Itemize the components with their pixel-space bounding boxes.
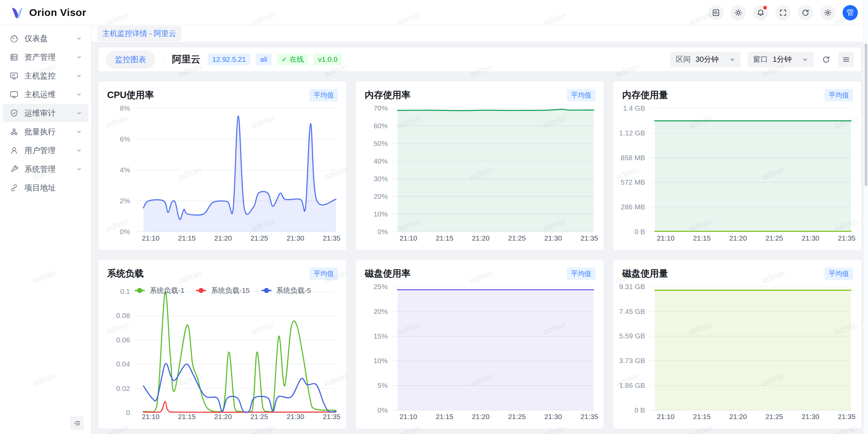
x-tick-label: 21:20 [729, 234, 747, 242]
sidebar-item-user[interactable]: 用户管理 [3, 141, 88, 159]
logo-icon [10, 5, 24, 20]
scrollbar-thumb[interactable] [865, 43, 867, 186]
avg-value-badge[interactable]: 平均值 [310, 267, 338, 280]
sun-icon [734, 8, 743, 17]
sidebar-item-monitor-chart[interactable]: 主机监控 [3, 67, 88, 85]
x-tick-label: 21:15 [436, 413, 453, 420]
y-tick-label: 858 MB [621, 154, 645, 162]
x-tick-label: 21:35 [323, 413, 340, 420]
user-avatar[interactable]: 管 [843, 5, 858, 20]
y-tick-label: 3.73 GB [619, 357, 645, 364]
sidebar-item-link[interactable]: 项目地址 [3, 178, 88, 197]
sidebar-item-host-ops[interactable]: 主机运维 [3, 85, 88, 103]
x-tick-label: 21:10 [657, 234, 675, 242]
chart-plot-system-load[interactable]: 0.10.080.060.040.02021:1021:1521:2021:25… [98, 281, 346, 425]
x-tick-label: 21:20 [729, 413, 747, 420]
x-tick-label: 21:35 [580, 413, 598, 420]
x-tick-label: 21:10 [142, 413, 159, 420]
y-tick-label: 15% [373, 332, 388, 340]
x-tick-label: 21:15 [693, 234, 711, 242]
host-tag: ✓在线 [277, 54, 308, 65]
audit-shield-icon [9, 109, 19, 118]
refresh-charts-button[interactable] [818, 52, 834, 67]
x-tick-label: 21:25 [508, 234, 526, 242]
sidebar-item-asset[interactable]: 资产管理 [3, 48, 88, 66]
host-ops-icon [9, 90, 19, 99]
y-tick-label: 30% [373, 175, 388, 183]
chart-plot-memory-usage-amount[interactable]: 1.4 GB1.12 GB858 MB572 MB286 MB0 B21:102… [613, 102, 861, 246]
collapse-icon [73, 419, 81, 427]
chevron-down-icon [76, 128, 82, 135]
x-tick-label: 21:30 [802, 413, 819, 420]
divider [163, 54, 164, 64]
chart-title: 内存使用量 [622, 89, 668, 101]
sidebar-item-label: 系统管理 [24, 164, 76, 174]
y-tick-label: 1.12 GB [619, 129, 645, 137]
page-scrollbar[interactable] [863, 0, 868, 434]
series-area [655, 121, 851, 232]
reload-button[interactable] [798, 5, 813, 20]
refresh-icon [801, 8, 810, 17]
sidebar-item-label: 项目地址 [24, 183, 82, 193]
chevron-down-icon [76, 54, 82, 60]
collapse-sidebar-button[interactable] [70, 416, 84, 430]
chevron-down-icon [76, 147, 82, 154]
sidebar-item-wrench[interactable]: 系统管理 [3, 160, 88, 178]
code-button[interactable] [708, 5, 724, 20]
series-line [143, 291, 336, 412]
app-title: Orion Visor [29, 7, 86, 18]
theme-button[interactable] [731, 5, 746, 20]
y-tick-label: 0.02 [116, 384, 130, 392]
chart-plot-disk-usage-rate[interactable]: 25%20%15%10%5%0%21:1021:1521:2021:2521:3… [356, 281, 604, 425]
avg-value-badge[interactable]: 平均值 [567, 267, 595, 280]
y-tick-label: 2% [120, 197, 130, 205]
breadcrumb-bar: 主机监控详情 - 阿里云 [92, 25, 868, 42]
avg-value-badge[interactable]: 平均值 [310, 89, 338, 101]
chart-layout-button[interactable] [839, 52, 854, 67]
chart-plot-disk-usage-amount[interactable]: 9.31 GB7.45 GB5.59 GB3.73 GB1.86 GB0 B21… [613, 281, 861, 425]
app-header: Orion Visor 管 [0, 0, 868, 25]
y-tick-label: 1.4 GB [623, 104, 645, 112]
chart-card-memory-usage-amount: 内存使用量 平均值 1.4 GB1.12 GB858 MB572 MB286 M… [613, 81, 861, 250]
avg-value-badge[interactable]: 平均值 [825, 267, 853, 280]
chart-card-disk-usage-rate: 磁盘使用率 平均值 25%20%15%10%5%0%21:1021:1521:2… [356, 260, 604, 429]
sidebar-item-batch-exec[interactable]: 批量执行 [3, 122, 88, 141]
chart-plot-cpu-usage[interactable]: 8%6%4%2%0%21:1021:1521:2021:2521:3021:35 [98, 102, 346, 246]
interval-select[interactable]: 区间 30分钟 [670, 52, 741, 67]
window-select[interactable]: 窗口 1分钟 [748, 52, 814, 67]
monitor-chart-icon [9, 71, 19, 80]
avg-value-badge[interactable]: 平均值 [567, 89, 595, 101]
breadcrumb[interactable]: 主机监控详情 - 阿里云 [97, 26, 181, 41]
sidebar-item-label: 运维审计 [24, 108, 76, 118]
y-tick-label: 10% [373, 357, 388, 364]
x-tick-label: 21:20 [472, 234, 489, 242]
chevron-down-icon [76, 166, 82, 172]
y-tick-label: 0 B [634, 406, 645, 414]
sidebar-item-dashboard[interactable]: 仪表盘 [3, 29, 88, 48]
x-tick-label: 21:20 [214, 413, 232, 420]
x-tick-label: 21:35 [323, 234, 340, 242]
fullscreen-button[interactable] [775, 5, 791, 20]
tab-monitor-charts[interactable]: 监控图表 [106, 51, 155, 69]
avg-value-badge[interactable]: 平均值 [825, 89, 853, 101]
series-area [397, 290, 594, 410]
y-tick-label: 572 MB [621, 178, 645, 186]
avatar-label: 管 [847, 7, 854, 18]
y-tick-label: 0% [377, 406, 388, 414]
chevron-down-icon [729, 56, 735, 63]
x-tick-label: 21:15 [178, 234, 196, 242]
y-tick-label: 0 [126, 409, 130, 416]
y-tick-label: 0.08 [116, 312, 130, 319]
chart-title: 内存使用率 [365, 89, 411, 101]
x-tick-label: 21:25 [766, 413, 783, 420]
x-tick-label: 21:15 [436, 234, 453, 242]
x-tick-label: 21:25 [250, 234, 268, 242]
sidebar-item-label: 批量执行 [24, 127, 76, 137]
chart-plot-memory-usage-rate[interactable]: 70%60%50%40%30%20%10%0%21:1021:1521:2021… [356, 102, 604, 246]
notifications-button[interactable] [753, 5, 768, 20]
x-tick-label: 21:15 [693, 413, 711, 420]
sidebar-item-audit-shield[interactable]: 运维审计 [3, 104, 88, 122]
settings-button[interactable] [820, 5, 835, 20]
y-tick-label: 286 MB [621, 203, 645, 211]
user-icon [9, 146, 19, 155]
